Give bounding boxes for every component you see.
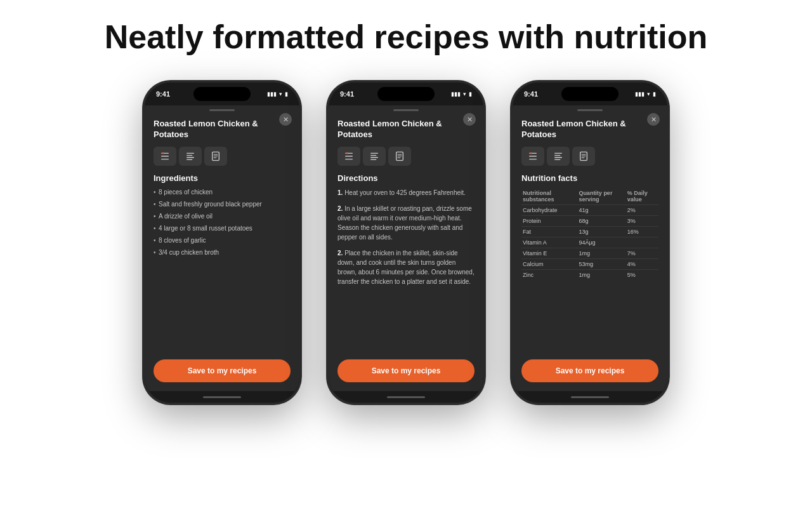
recipe-content-3: Nutrition facts Nutritional substances Q…	[513, 170, 667, 354]
svg-rect-21	[398, 154, 402, 155]
status-time-3: 9:41	[524, 90, 538, 98]
nutrition-name-5: Calcium	[521, 258, 577, 269]
save-button-2[interactable]: Save to my recipes	[337, 359, 475, 382]
tab-directions-2[interactable]	[363, 147, 386, 166]
svg-rect-19	[370, 159, 376, 160]
status-time-1: 9:41	[156, 90, 170, 98]
ingredients-icon-1	[160, 151, 170, 161]
status-icons-1: ▮▮▮ ▾ ▮	[267, 91, 288, 97]
tab-nutrition-1[interactable]	[204, 147, 227, 166]
dynamic-island-3	[561, 87, 619, 101]
nutrition-daily-1: 3%	[626, 215, 658, 226]
svg-rect-29	[554, 155, 560, 156]
svg-rect-7	[187, 159, 192, 160]
svg-rect-35	[582, 157, 585, 158]
svg-rect-10	[214, 156, 218, 156]
tab-ingredients-2[interactable]	[337, 147, 360, 166]
save-container-2: Save to my recipes	[329, 354, 483, 391]
svg-rect-25	[529, 156, 537, 156]
nutrition-qty-0: 41g	[577, 204, 625, 215]
svg-rect-28	[554, 153, 562, 154]
signal-icon-1: ▮▮▮	[267, 91, 277, 97]
recipe-content-2: Directions 1. Heat your oven to 425 degr…	[329, 170, 483, 354]
status-bar-1: 9:41 ▮▮▮ ▾ ▮	[145, 83, 299, 105]
svg-rect-5	[187, 155, 192, 156]
svg-rect-16	[370, 153, 378, 154]
swipe-bottom-3	[571, 396, 609, 398]
svg-rect-18	[370, 157, 378, 157]
ingredients-icon-3	[528, 151, 538, 161]
svg-rect-26	[529, 159, 537, 159]
svg-rect-13	[345, 156, 353, 156]
direction-2-2: 2. In a large skillet or roasting pan, d…	[337, 204, 475, 242]
recipe-title-3: Roasted Lemon Chicken & Potatoes	[513, 114, 667, 144]
save-container-1: Save to my recipes	[145, 354, 299, 391]
nutrition-row-1: Protein 68g 3%	[521, 215, 658, 226]
section-title-2: Directions	[337, 173, 475, 183]
tab-ingredients-1[interactable]	[154, 147, 176, 166]
direction-text-2-3: Place the chicken in the skillet, skin-s…	[337, 250, 475, 285]
svg-rect-22	[398, 156, 402, 156]
nutrition-qty-6: 1mg	[577, 269, 625, 280]
status-bar-3: 9:41 ▮▮▮ ▾ ▮	[513, 83, 667, 105]
status-time-2: 9:41	[340, 90, 354, 98]
nutrition-row-0: Carbohydrate 41g 2%	[521, 204, 658, 215]
svg-rect-34	[582, 156, 586, 156]
directions-icon-2	[369, 151, 379, 161]
nutrition-name-6: Zinc	[521, 269, 577, 280]
direction-2-3: 2. Place the chicken in the skillet, ski…	[337, 248, 475, 286]
swipe-top-1	[209, 109, 235, 111]
tab-ingredients-3[interactable]	[521, 147, 544, 166]
nutrition-row-2: Fat 13g 16%	[521, 226, 658, 237]
phone-bottom-3	[513, 391, 667, 403]
status-icons-3: ▮▮▮ ▾ ▮	[635, 91, 656, 97]
svg-point-15	[346, 152, 348, 154]
nutrition-col-daily: % Daily value	[626, 188, 658, 205]
dynamic-island-2	[377, 87, 435, 101]
direction-text-2-1: Heat your oven to 425 degrees Fahrenheit…	[344, 189, 466, 196]
phone-screen-3: ✕ Roasted Lemon Chicken & Potatoes Nutri…	[513, 105, 667, 391]
nutrition-row-3: Vitamin A 94Āμg	[521, 237, 658, 248]
svg-rect-17	[370, 155, 376, 156]
swipe-bottom-2	[387, 396, 425, 398]
svg-point-27	[530, 152, 532, 154]
phone-screen-2: ✕ Roasted Lemon Chicken & Potatoes Direc…	[329, 105, 483, 391]
directions-icon-1	[185, 151, 195, 161]
phone-directions: 9:41 ▮▮▮ ▾ ▮ ✕ Roasted Lemon Chicken & P…	[327, 81, 485, 404]
tab-nutrition-2[interactable]	[388, 147, 411, 166]
svg-rect-30	[554, 157, 562, 157]
nutrition-daily-0: 2%	[626, 204, 658, 215]
nutrition-qty-1: 68g	[577, 215, 625, 226]
direction-text-2-2: In a large skillet or roasting pan, driz…	[337, 205, 472, 241]
signal-icon-3: ▮▮▮	[635, 91, 645, 97]
ingredient-1-6: 3/4 cup chicken broth	[154, 248, 291, 257]
tab-nutrition-3[interactable]	[572, 147, 595, 166]
recipe-title-1: Roasted Lemon Chicken & Potatoes	[145, 114, 299, 144]
nutrition-name-0: Carbohydrate	[521, 204, 577, 215]
directions-icon-3	[553, 151, 563, 161]
status-bar-2: 9:41 ▮▮▮ ▾ ▮	[329, 83, 483, 105]
svg-rect-4	[187, 153, 194, 154]
tab-directions-3[interactable]	[547, 147, 570, 166]
wifi-icon-2: ▾	[463, 91, 466, 97]
save-button-3[interactable]: Save to my recipes	[521, 359, 658, 382]
ingredient-1-5: 8 cloves of garlic	[154, 236, 291, 245]
ingredient-1-1: 8 pieces of chicken	[154, 188, 291, 197]
status-icons-2: ▮▮▮ ▾ ▮	[451, 91, 472, 97]
nutrition-name-2: Fat	[521, 226, 577, 237]
wifi-icon-1: ▾	[279, 91, 282, 97]
swipe-bottom-1	[203, 396, 241, 398]
tab-bar-1	[145, 144, 299, 170]
svg-rect-2	[161, 159, 169, 159]
battery-icon-1: ▮	[285, 91, 288, 97]
phone-ingredients: 9:41 ▮▮▮ ▾ ▮ ✕ Roasted Lemon Chicken & P…	[143, 81, 301, 404]
page-title: Neatly formatted recipes with nutrition	[105, 19, 708, 55]
swipe-top-3	[577, 109, 603, 111]
nutrition-icon-3	[579, 151, 589, 161]
tab-bar-3	[513, 144, 667, 170]
phone-bottom-2	[329, 391, 483, 403]
nutrition-row-4: Vitamin E 1mg 7%	[521, 248, 658, 258]
save-button-1[interactable]: Save to my recipes	[154, 359, 291, 382]
nutrition-row-6: Zinc 1mg 5%	[521, 269, 658, 280]
tab-directions-1[interactable]	[179, 147, 202, 166]
